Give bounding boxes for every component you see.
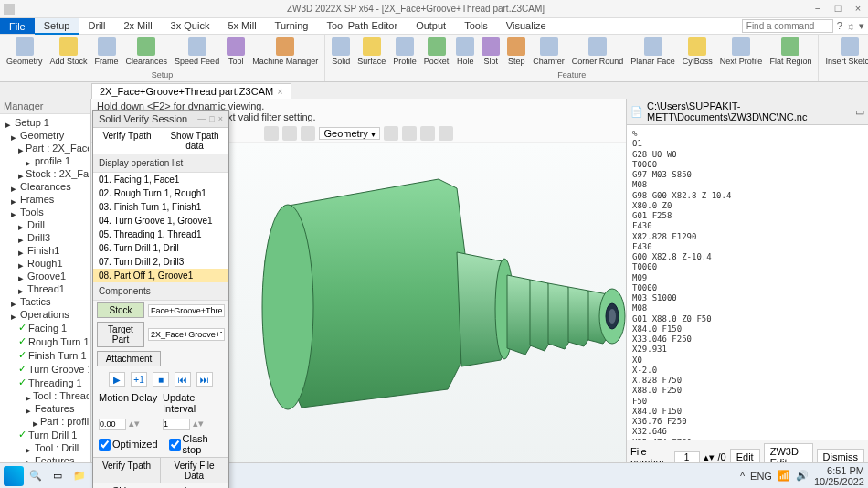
vp-prev-icon[interactable] [301, 126, 315, 141]
tree-item[interactable]: ▸ Drill3 [2, 231, 89, 244]
play-button[interactable]: ▶ [109, 372, 125, 387]
command-search-input[interactable] [742, 19, 833, 33]
menu-tab-tools[interactable]: Tools [455, 18, 497, 35]
ribbon-slot-button[interactable]: Slot [479, 37, 503, 70]
tree-item[interactable]: ▸ Clearances [2, 180, 89, 193]
verify-file-data-tab[interactable]: Verify File Data [161, 458, 228, 483]
tray-lang-icon[interactable]: ENG [750, 471, 772, 482]
minimize-button[interactable]: − [811, 3, 824, 16]
skip-back-button[interactable]: ⏮ [175, 372, 191, 387]
tree-item[interactable]: ▸ Frames [2, 193, 89, 206]
ribbon-add-stock-button[interactable]: Add Stock [48, 37, 90, 70]
vp-more-icon[interactable] [439, 126, 453, 141]
document-tab[interactable]: 2X_Face+Groove+Thread part.Z3CAM × [91, 83, 291, 99]
vp-filter-icon[interactable] [384, 126, 398, 141]
vp-view-icon[interactable] [402, 126, 417, 141]
tree-item[interactable]: ✓ Threading 1 [2, 376, 89, 389]
tray-wifi-icon[interactable]: 📶 [778, 470, 790, 482]
nc-code-text[interactable]: % O1 G28 U0 W0 T0000 G97 M03 S850 M08 G9… [627, 125, 868, 440]
tree-item[interactable]: ✓ Facing 1 [2, 321, 89, 334]
ribbon-flat-region-button[interactable]: Flat Region [767, 37, 814, 70]
menu-tab-drill[interactable]: Drill [79, 18, 114, 35]
ribbon-step-button[interactable]: Step [504, 37, 528, 70]
vp-select-icon[interactable] [282, 126, 297, 141]
menu-tab-2x-mill[interactable]: 2x Mill [114, 18, 161, 35]
update-interval-input[interactable] [163, 419, 190, 430]
tree-item[interactable]: ▸ Features [2, 402, 89, 415]
show-tpath-data-tab[interactable]: Show Tpath data [161, 128, 228, 154]
attachment-button[interactable]: Attachment [97, 351, 161, 366]
tray-up-icon[interactable]: ^ [740, 471, 745, 482]
ribbon-pocket-button[interactable]: Pocket [421, 37, 452, 70]
verify-tpath-bottom-tab[interactable]: Verify Tpath [93, 458, 161, 483]
stock-value-input[interactable] [148, 304, 225, 317]
system-tray[interactable]: ^ ENG 📶 🔊 6:51 PM 10/25/2022 [740, 465, 864, 487]
start-button[interactable] [4, 466, 24, 486]
maximize-button[interactable]: □ [831, 3, 844, 16]
tray-volume-icon[interactable]: 🔊 [796, 470, 809, 482]
tree-item[interactable]: ▸ Stock : 2X_Face+Groo... [2, 167, 89, 180]
tree-item[interactable]: ▸ Drill [2, 218, 89, 231]
ribbon-speed-feed-button[interactable]: Speed Feed [172, 37, 222, 70]
menu-tab-3x-quick[interactable]: 3x Quick [162, 18, 219, 35]
manager-tree[interactable]: ▸ Setup 1▸ Geometry▸ Part : 2X_Face+Groo… [0, 114, 90, 473]
menu-tab-output[interactable]: Output [407, 18, 455, 35]
dialog-titlebar[interactable]: Solid Verify Session — □ × [93, 111, 228, 128]
tree-item[interactable]: ✓ Finish Turn 1 [2, 348, 89, 362]
operation-item[interactable]: 06. Turn Drill 1, Drill [93, 241, 228, 255]
motion-delay-input[interactable] [99, 419, 126, 430]
target-value-input[interactable] [148, 328, 225, 341]
filter-select[interactable]: Geometry ▾ [319, 127, 379, 140]
tree-item[interactable]: ▸ Geometry [2, 129, 89, 142]
optimized-checkbox[interactable]: Optimized [99, 433, 158, 455]
ribbon-hole-button[interactable]: Hole [453, 37, 477, 70]
ribbon-chamfer-button[interactable]: Chamfer [530, 37, 567, 70]
ribbon-solid-button[interactable]: Solid [329, 37, 353, 70]
step-button[interactable]: +1 [131, 372, 147, 387]
ribbon-clearances-button[interactable]: Clearances [123, 37, 171, 70]
stock-button[interactable]: Stock [97, 302, 144, 318]
operation-item[interactable]: 01. Facing 1, Face1 [93, 173, 228, 186]
ribbon-insert-sketch-button[interactable]: Insert Sketch [822, 37, 868, 70]
menu-tab-tool-path-editor[interactable]: Tool Path Editor [317, 18, 407, 35]
ribbon-frame-button[interactable]: Frame [92, 37, 122, 70]
menu-tab-visualize[interactable]: Visualize [497, 18, 556, 35]
tree-item[interactable]: ▸ Tools [2, 206, 89, 218]
tree-item[interactable]: ▸ Setup 1 [2, 116, 89, 129]
clash-stop-checkbox[interactable]: Clash stop [169, 433, 223, 455]
dialog-close-icon[interactable]: × [218, 114, 223, 123]
tree-item[interactable]: ▸ Finish1 [2, 244, 89, 257]
ribbon-cylboss-button[interactable]: CylBoss [680, 37, 715, 70]
theme-icon[interactable]: ☼ [846, 20, 855, 32]
menu-tab-turning[interactable]: Turning [266, 18, 318, 35]
tree-item[interactable]: ▸ Rough1 [2, 257, 89, 270]
tree-item[interactable]: ▸ Part : 2X_Face+Groo... [2, 142, 89, 154]
dialog-max-icon[interactable]: □ [209, 114, 214, 123]
menu-tab-5x-mill[interactable]: 5x Mill [218, 18, 265, 35]
file-menu[interactable]: File [0, 18, 35, 34]
tree-item[interactable]: ▸ Tool : Drill [2, 441, 89, 454]
close-button[interactable]: × [852, 3, 864, 16]
operation-item[interactable]: 02. Rough Turn 1, Rough1 [93, 186, 228, 200]
search-icon[interactable]: 🔍 [26, 466, 46, 486]
ribbon-tool-button[interactable]: Tool [224, 37, 248, 70]
task-view-icon[interactable]: ▭ [48, 466, 68, 486]
operation-list[interactable]: 01. Facing 1, Face102. Rough Turn 1, Rou… [93, 173, 228, 282]
verify-tpath-tab[interactable]: Verify Tpath [93, 128, 161, 154]
tree-item[interactable]: ▸ Groove1 [2, 270, 89, 282]
menu-tab-setup[interactable]: Setup [35, 18, 79, 35]
tree-item[interactable]: ✓ Turn Groove 1 [2, 362, 89, 376]
ribbon-geometry-button[interactable]: Geometry [4, 37, 46, 70]
ribbon-planar-face-button[interactable]: Planar Face [628, 37, 678, 70]
skip-fwd-button[interactable]: ⏭ [196, 372, 213, 387]
operation-item[interactable]: 03. Finish Turn 1, Finish1 [93, 200, 228, 214]
nc-close-icon[interactable]: ▭ [855, 106, 864, 118]
dialog-min-icon[interactable]: — [197, 114, 206, 123]
tree-item[interactable]: ▸ Thread1 [2, 282, 89, 295]
stop-button[interactable]: ■ [153, 372, 169, 387]
tree-item[interactable]: ▸ Part : profile 1 [2, 415, 89, 428]
ribbon-profile-button[interactable]: Profile [390, 37, 419, 70]
ribbon-next-profile-button[interactable]: Next Profile [717, 37, 766, 70]
vp-expand-icon[interactable] [420, 126, 435, 141]
tree-item[interactable]: ▸ profile 1 [2, 154, 89, 167]
